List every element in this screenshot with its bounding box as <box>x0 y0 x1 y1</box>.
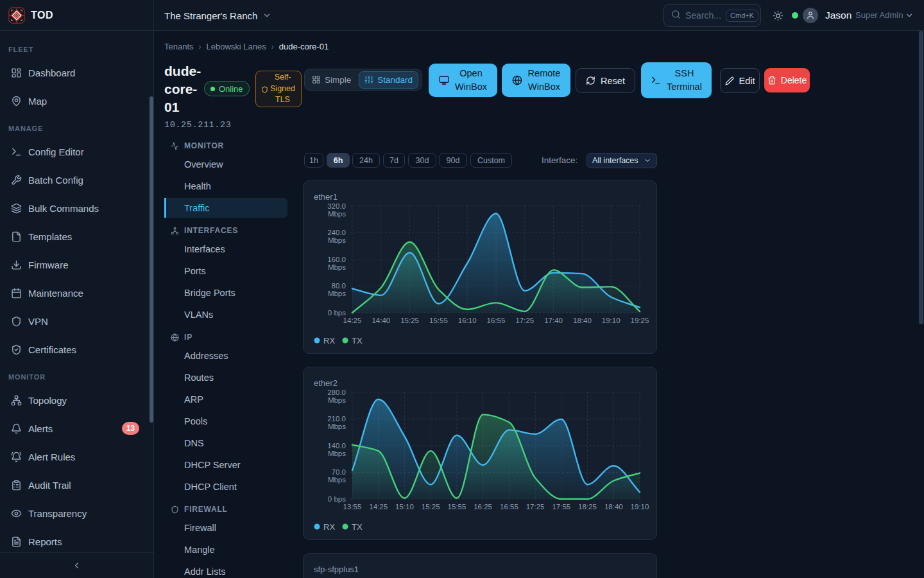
svg-text:18:40: 18:40 <box>573 317 592 324</box>
svg-text:17:25: 17:25 <box>526 503 545 511</box>
svg-text:13:55: 13:55 <box>343 503 362 511</box>
svg-text:Mbps: Mbps <box>328 396 346 404</box>
svg-text:Mbps: Mbps <box>328 423 346 430</box>
svg-text:TX: TX <box>352 336 363 346</box>
svg-text:19:10: 19:10 <box>631 503 649 511</box>
svg-text:Mbps: Mbps <box>328 476 346 484</box>
svg-text:18:25: 18:25 <box>578 503 597 511</box>
svg-text:16:10: 16:10 <box>458 317 477 324</box>
svg-text:Mbps: Mbps <box>328 263 346 271</box>
svg-text:ether2: ether2 <box>314 378 338 388</box>
svg-text:Mbps: Mbps <box>328 450 346 457</box>
svg-text:15:25: 15:25 <box>422 503 440 511</box>
svg-text:16:55: 16:55 <box>500 503 518 511</box>
svg-text:15:55: 15:55 <box>448 503 466 511</box>
svg-text:14:25: 14:25 <box>343 317 362 324</box>
svg-text:RX: RX <box>323 522 335 532</box>
svg-text:17:40: 17:40 <box>544 317 563 324</box>
svg-text:280.0: 280.0 <box>327 389 346 396</box>
svg-text:Mbps: Mbps <box>328 210 346 218</box>
svg-text:Mbps: Mbps <box>328 290 346 297</box>
svg-text:160.0: 160.0 <box>327 256 346 263</box>
svg-text:240.0: 240.0 <box>327 229 346 236</box>
svg-text:TX: TX <box>352 522 363 532</box>
svg-text:14:40: 14:40 <box>372 317 390 324</box>
svg-text:210.0: 210.0 <box>327 415 346 423</box>
svg-text:19:25: 19:25 <box>631 317 649 324</box>
svg-text:18:40: 18:40 <box>604 503 623 511</box>
svg-text:15:55: 15:55 <box>429 317 448 324</box>
svg-text:320.0: 320.0 <box>327 202 346 210</box>
svg-text:14:25: 14:25 <box>369 503 388 511</box>
svg-text:RX: RX <box>323 336 335 346</box>
svg-text:19:10: 19:10 <box>602 317 620 324</box>
svg-text:17:25: 17:25 <box>515 317 534 324</box>
svg-text:0 bps: 0 bps <box>328 309 346 317</box>
svg-text:15:25: 15:25 <box>400 317 419 324</box>
svg-text:140.0: 140.0 <box>327 442 346 450</box>
svg-text:16:25: 16:25 <box>474 503 492 511</box>
svg-text:ether1: ether1 <box>314 192 338 202</box>
svg-text:15:10: 15:10 <box>395 503 414 511</box>
svg-text:17:55: 17:55 <box>552 503 570 511</box>
svg-text:0 bps: 0 bps <box>328 495 346 503</box>
svg-text:Mbps: Mbps <box>328 236 346 244</box>
svg-text:80.0: 80.0 <box>332 282 346 290</box>
svg-text:70.0: 70.0 <box>332 468 346 476</box>
svg-text:16:55: 16:55 <box>487 317 506 324</box>
